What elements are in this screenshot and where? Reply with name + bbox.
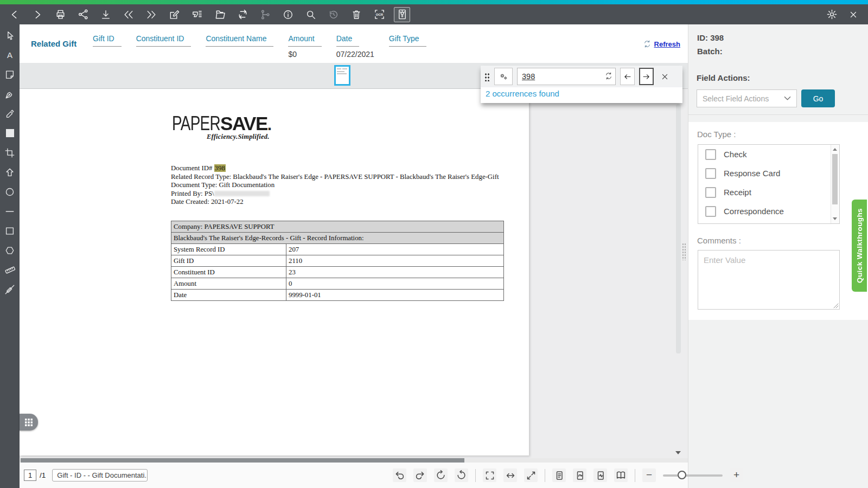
tool-select-button[interactable]	[4, 30, 16, 41]
back-button[interactable]	[7, 7, 23, 22]
zoom-slider-track[interactable]	[663, 474, 723, 477]
zoom-out-button[interactable]: −	[642, 468, 656, 482]
drag-grip-icon[interactable]	[484, 72, 490, 81]
zoom-slider[interactable]	[663, 468, 723, 482]
single-page-view-button[interactable]	[552, 468, 566, 482]
close-viewer-button[interactable]	[845, 7, 861, 22]
zoom-slider-knob[interactable]	[678, 471, 686, 479]
field-actions-select[interactable]: Select Field Actions	[697, 89, 797, 107]
page-number-input[interactable]	[24, 470, 36, 481]
book-view-button[interactable]	[614, 468, 628, 482]
constituent-name-link[interactable]: Constituent Name	[206, 34, 273, 47]
search-refresh-icon[interactable]	[604, 72, 613, 80]
tool-arrow-stamp-button[interactable]	[4, 166, 16, 178]
gift-type-link[interactable]: Gift Type	[389, 34, 426, 47]
scroll-down-arrow[interactable]	[675, 451, 681, 454]
settings-button[interactable]	[824, 7, 840, 22]
grid-panel-tab[interactable]	[20, 414, 38, 431]
tool-rectangle-button[interactable]	[4, 225, 16, 236]
checkbox-icon[interactable]	[705, 149, 716, 160]
fit-width-button[interactable]	[503, 468, 517, 482]
redo-button[interactable]	[413, 468, 427, 482]
document-page[interactable]: PAPERSAVE. Efficiency.Simplified. Docume…	[20, 89, 529, 455]
tool-ruler-button[interactable]	[4, 264, 16, 275]
date-link[interactable]: Date	[336, 34, 360, 47]
edit-annotations-button[interactable]	[166, 7, 182, 22]
first-page-button[interactable]	[120, 7, 137, 22]
related-record-line: Related Record Type: Blackbaud's The Rai…	[171, 173, 499, 182]
fit-page-button[interactable]	[483, 468, 496, 482]
page-thumbnail[interactable]	[334, 65, 350, 86]
constituent-id-value	[136, 47, 192, 59]
zoom-in-button[interactable]: +	[730, 468, 743, 482]
forward-button[interactable]	[29, 7, 46, 22]
gift-id-link[interactable]: Gift ID	[93, 34, 122, 47]
refresh-control[interactable]: Refresh	[643, 40, 680, 48]
tool-hide-annotations-button[interactable]	[4, 284, 16, 295]
tool-ellipse-button[interactable]	[4, 186, 16, 197]
scan-button[interactable]	[189, 7, 205, 22]
print-button[interactable]	[52, 7, 68, 22]
tool-crop-button[interactable]	[4, 147, 16, 158]
delete-button[interactable]	[348, 7, 365, 22]
quick-walkthroughs-tab[interactable]: Quick Walkthroughs	[852, 200, 867, 292]
continuous-view-button[interactable]	[573, 468, 586, 482]
papersave-logo: PAPERSAVE. Efficiency.Simplified.	[172, 113, 272, 141]
ocr-button[interactable]: OCR	[371, 7, 387, 22]
next-result-button[interactable]	[639, 68, 654, 85]
amount-link[interactable]: Amount	[288, 34, 321, 47]
tool-polygon-button[interactable]	[4, 245, 16, 256]
related-field-amount: Amount$0	[288, 34, 321, 59]
doc-type-option-check[interactable]: Check	[698, 145, 839, 164]
grid-icon	[25, 419, 33, 426]
document-selector[interactable]: Gift - ID - - Gift Documentati...	[52, 469, 148, 481]
checkbox-icon[interactable]	[705, 206, 716, 217]
previous-result-button[interactable]	[620, 68, 635, 85]
search-button[interactable]	[303, 7, 319, 22]
scroll-down-arrow[interactable]	[833, 217, 837, 220]
scroll-up-arrow[interactable]	[833, 148, 837, 151]
open-document-button[interactable]	[212, 7, 228, 22]
share-button[interactable]	[75, 7, 91, 22]
tool-text-button[interactable]: A	[4, 49, 16, 61]
go-button[interactable]: Go	[801, 89, 835, 107]
constituent-id-link[interactable]: Constituent ID	[136, 34, 192, 47]
text-extract-view-button[interactable]	[593, 468, 607, 482]
rotate-pages-button[interactable]	[234, 7, 251, 22]
doc-type-option-receipt[interactable]: Receipt	[698, 183, 839, 202]
vertical-scrollbar-thumb[interactable]	[676, 104, 681, 354]
download-button[interactable]	[98, 7, 114, 22]
listbox-scrollbar[interactable]	[831, 145, 839, 223]
listbox-scrollbar-thumb[interactable]	[832, 154, 838, 204]
tool-sticky-note-button[interactable]	[4, 69, 16, 80]
version-history-button[interactable]	[326, 7, 342, 22]
rotate-left-button[interactable]	[434, 468, 448, 482]
undo-button[interactable]	[393, 468, 406, 482]
checkbox-icon[interactable]	[705, 168, 716, 179]
doc-type-option-response-card[interactable]: Response Card	[698, 164, 839, 183]
last-page-button[interactable]	[143, 7, 159, 22]
tool-highlighter-button[interactable]	[4, 108, 16, 119]
search-options-button[interactable]	[494, 68, 513, 85]
horizontal-scrollbar-thumb[interactable]	[21, 458, 464, 463]
tool-line-button[interactable]	[4, 206, 16, 217]
comments-textarea[interactable]	[698, 250, 840, 310]
tool-filled-rectangle-button[interactable]	[4, 127, 16, 139]
close-search-button[interactable]	[658, 68, 671, 85]
search-input[interactable]	[517, 68, 616, 85]
view-assist-button[interactable]	[394, 7, 410, 22]
panel-splitter-handle[interactable]	[682, 243, 686, 260]
doc-type-option-correspondence[interactable]: Correspondence	[698, 202, 839, 221]
top-toolbar-left-group: OCR	[7, 7, 410, 22]
rotate-right-button[interactable]	[455, 468, 468, 482]
full-screen-button[interactable]	[524, 468, 538, 482]
tool-pen-button[interactable]	[4, 88, 16, 100]
gears-icon	[499, 72, 509, 82]
refresh-link[interactable]: Refresh	[654, 40, 680, 48]
single-page-icon	[554, 471, 564, 480]
document-info-button[interactable]	[280, 7, 296, 22]
checkbox-icon[interactable]	[705, 187, 716, 198]
resize-handle-icon[interactable]	[833, 303, 839, 309]
workflow-button[interactable]	[257, 7, 273, 22]
horizontal-scrollbar[interactable]	[20, 458, 688, 463]
